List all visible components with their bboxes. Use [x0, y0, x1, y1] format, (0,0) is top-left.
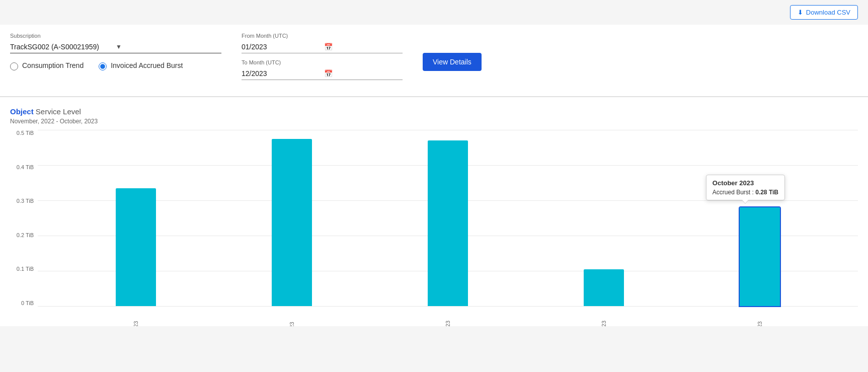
from-month-calendar-icon[interactable]: 📅 [324, 43, 403, 51]
bar-tooltip: October 2023 Accrued Burst : 0.28 TiB [706, 175, 785, 200]
chart-container: 0.5 TiB 0.4 TiB 0.3 TiB 0.2 TiB 0.1 TiB … [10, 130, 858, 321]
from-month-field: From Month (UTC) 01/2023 📅 [242, 33, 403, 53]
tooltip-label: Accrued Burst : [713, 189, 755, 196]
subscription-label: Subscription [10, 33, 221, 39]
date-group: From Month (UTC) 01/2023 📅 To Month (UTC… [242, 33, 403, 86]
chart-inner: October 2023 Accrued Burst : 0.28 TiB Ju… [38, 130, 858, 306]
bar-jul[interactable] [272, 139, 312, 307]
view-details-button[interactable]: View Details [423, 53, 482, 71]
dropdown-arrow-icon: ▼ [116, 43, 221, 50]
to-month-field: To Month (UTC) 12/2023 📅 [242, 59, 403, 80]
bar-oct[interactable] [740, 207, 780, 306]
bar-group-aug [418, 130, 478, 306]
chart-section: Object Service Level November, 2022 - Oc… [0, 97, 868, 326]
to-month-calendar-icon[interactable]: 📅 [324, 69, 403, 78]
invoiced-accrued-burst-radio[interactable] [99, 62, 107, 70]
bar-aug[interactable] [428, 140, 468, 306]
y-label-02: 0.2 TiB [17, 232, 34, 238]
bar-jun[interactable] [116, 188, 156, 307]
to-month-value: 12/2023 [242, 69, 320, 78]
x-label-aug: Aug 2023 [418, 319, 478, 326]
consumption-trend-radio[interactable] [10, 62, 18, 70]
chart-date-range: November, 2022 - October, 2023 [10, 118, 858, 125]
y-label-01: 0.1 TiB [17, 266, 34, 272]
y-label-00: 0 TiB [21, 300, 34, 306]
x-label-jul: Jul 2023 [262, 319, 322, 326]
subscription-select[interactable]: TrackSG002 (A-S00021959) ▼ [10, 41, 221, 53]
x-label-jun: Jun 2023 [106, 319, 166, 326]
download-csv-button[interactable]: ⬇ Download CSV [790, 5, 858, 20]
consumption-trend-label[interactable]: Consumption Trend [22, 61, 84, 69]
from-month-value: 01/2023 [242, 43, 320, 51]
download-csv-label: Download CSV [806, 9, 850, 16]
chart-title: Object Service Level [10, 107, 858, 116]
consumption-trend-option[interactable]: Consumption Trend [10, 61, 84, 71]
subscription-group: Subscription TrackSG002 (A-S00021959) ▼ … [10, 33, 221, 71]
tooltip-value-strong: 0.28 TiB [755, 189, 778, 196]
y-axis: 0.5 TiB 0.4 TiB 0.3 TiB 0.2 TiB 0.1 TiB … [10, 130, 38, 306]
bar-sep[interactable] [584, 269, 624, 307]
bar-group-sep [574, 130, 634, 306]
x-label-sep: Sep 2023 [574, 319, 634, 326]
bar-group-oct: October 2023 Accrued Burst : 0.28 TiB [730, 130, 790, 306]
controls-section: Subscription TrackSG002 (A-S00021959) ▼ … [0, 25, 868, 97]
invoiced-accrued-burst-option[interactable]: Invoiced Accrued Burst [99, 61, 183, 71]
to-month-label: To Month (UTC) [242, 59, 403, 65]
radio-group: Consumption Trend Invoiced Accrued Burst [10, 61, 221, 71]
subscription-value: TrackSG002 (A-S00021959) [10, 43, 116, 51]
download-icon: ⬇ [798, 9, 803, 16]
bar-group-jun [106, 130, 166, 306]
chart-title-object: Object [10, 107, 34, 116]
tooltip-title: October 2023 [713, 179, 778, 187]
y-label-03: 0.3 TiB [17, 198, 34, 204]
chart-title-service-level: Service Level [36, 107, 81, 116]
x-labels: Jun 2023 Jul 2023 Aug 2023 Sep 2023 Oct … [38, 319, 858, 326]
bars-area: October 2023 Accrued Burst : 0.28 TiB [38, 130, 858, 306]
y-label-04: 0.4 TiB [17, 164, 34, 170]
grid-line-00 [38, 306, 858, 307]
bar-group-jul [262, 130, 322, 306]
top-bar: ⬇ Download CSV [0, 0, 868, 25]
tooltip-value: Accrued Burst : 0.28 TiB [713, 189, 778, 196]
invoiced-accrued-burst-label[interactable]: Invoiced Accrued Burst [111, 61, 183, 69]
y-label-05: 0.5 TiB [17, 130, 34, 136]
from-month-label: From Month (UTC) [242, 33, 403, 39]
x-label-oct: Oct 2023 [730, 319, 790, 326]
